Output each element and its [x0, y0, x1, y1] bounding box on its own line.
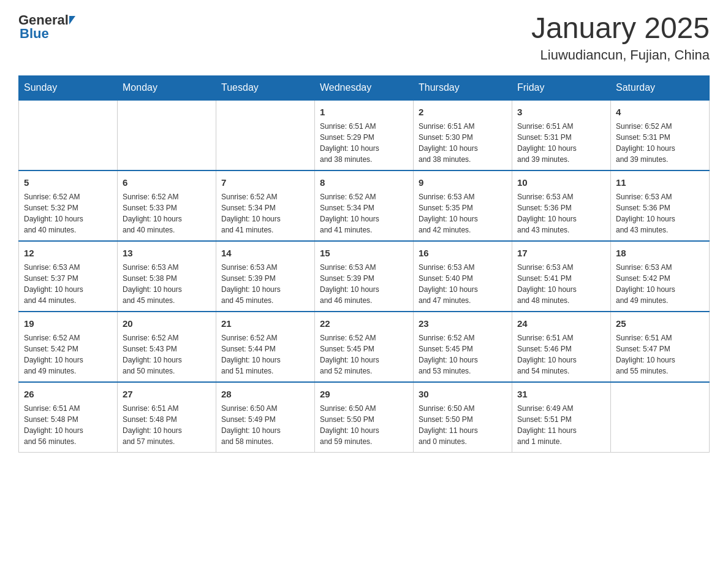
day-info: Sunrise: 6:52 AM Sunset: 5:32 PM Dayligh… — [24, 191, 112, 236]
day-info: Sunrise: 6:52 AM Sunset: 5:43 PM Dayligh… — [123, 332, 211, 377]
day-number: 9 — [419, 176, 507, 189]
calendar-week-row: 5Sunrise: 6:52 AM Sunset: 5:32 PM Daylig… — [19, 170, 710, 241]
day-info: Sunrise: 6:53 AM Sunset: 5:35 PM Dayligh… — [419, 191, 507, 236]
calendar-cell: 9Sunrise: 6:53 AM Sunset: 5:35 PM Daylig… — [414, 170, 512, 241]
day-number: 7 — [221, 176, 309, 189]
day-info: Sunrise: 6:51 AM Sunset: 5:31 PM Dayligh… — [517, 121, 605, 165]
calendar-cell: 13Sunrise: 6:53 AM Sunset: 5:38 PM Dayli… — [118, 241, 216, 312]
calendar-header-sunday: Sunday — [19, 75, 118, 100]
day-number: 3 — [517, 105, 605, 118]
day-info: Sunrise: 6:50 AM Sunset: 5:50 PM Dayligh… — [320, 403, 408, 447]
day-number: 8 — [320, 176, 408, 189]
day-info: Sunrise: 6:52 AM Sunset: 5:42 PM Dayligh… — [24, 332, 112, 377]
calendar-cell: 21Sunrise: 6:52 AM Sunset: 5:44 PM Dayli… — [216, 312, 315, 382]
day-info: Sunrise: 6:53 AM Sunset: 5:42 PM Dayligh… — [616, 262, 704, 306]
day-info: Sunrise: 6:53 AM Sunset: 5:37 PM Dayligh… — [24, 262, 112, 306]
day-number: 5 — [24, 176, 112, 189]
day-number: 10 — [517, 176, 605, 189]
calendar-table: SundayMondayTuesdayWednesdayThursdayFrid… — [18, 75, 710, 453]
calendar-cell: 25Sunrise: 6:51 AM Sunset: 5:47 PM Dayli… — [611, 312, 710, 382]
calendar-cell: 26Sunrise: 6:51 AM Sunset: 5:48 PM Dayli… — [19, 382, 118, 453]
calendar-cell: 8Sunrise: 6:52 AM Sunset: 5:34 PM Daylig… — [315, 170, 414, 241]
calendar-header-tuesday: Tuesday — [216, 75, 315, 100]
calendar-header-thursday: Thursday — [414, 75, 512, 100]
calendar-cell: 31Sunrise: 6:49 AM Sunset: 5:51 PM Dayli… — [512, 382, 611, 453]
day-number: 2 — [419, 105, 507, 118]
calendar-cell: 12Sunrise: 6:53 AM Sunset: 5:37 PM Dayli… — [19, 241, 118, 312]
day-number: 4 — [616, 105, 704, 118]
calendar-cell: 11Sunrise: 6:53 AM Sunset: 5:36 PM Dayli… — [611, 170, 710, 241]
day-number: 21 — [221, 317, 309, 330]
day-info: Sunrise: 6:53 AM Sunset: 5:40 PM Dayligh… — [419, 262, 507, 306]
day-number: 1 — [320, 105, 408, 118]
day-info: Sunrise: 6:51 AM Sunset: 5:30 PM Dayligh… — [419, 121, 507, 165]
day-number: 23 — [419, 317, 507, 330]
day-number: 15 — [320, 247, 408, 259]
day-number: 20 — [123, 317, 211, 330]
calendar-cell: 3Sunrise: 6:51 AM Sunset: 5:31 PM Daylig… — [512, 100, 611, 170]
day-number: 31 — [517, 388, 605, 400]
day-info: Sunrise: 6:52 AM Sunset: 5:34 PM Dayligh… — [320, 191, 408, 236]
day-number: 12 — [24, 247, 112, 259]
day-info: Sunrise: 6:53 AM Sunset: 5:39 PM Dayligh… — [221, 262, 309, 306]
day-number: 28 — [221, 388, 309, 400]
day-number: 25 — [616, 317, 704, 330]
day-number: 18 — [616, 247, 704, 259]
calendar-cell: 2Sunrise: 6:51 AM Sunset: 5:30 PM Daylig… — [414, 100, 512, 170]
calendar-header-wednesday: Wednesday — [315, 75, 414, 100]
calendar-cell — [216, 100, 315, 170]
day-number: 26 — [24, 388, 112, 400]
calendar-header-saturday: Saturday — [611, 75, 710, 100]
calendar-cell: 18Sunrise: 6:53 AM Sunset: 5:42 PM Dayli… — [611, 241, 710, 312]
day-info: Sunrise: 6:52 AM Sunset: 5:31 PM Dayligh… — [616, 121, 704, 165]
calendar-cell: 15Sunrise: 6:53 AM Sunset: 5:39 PM Dayli… — [315, 241, 414, 312]
day-number: 14 — [221, 247, 309, 259]
calendar-week-row: 19Sunrise: 6:52 AM Sunset: 5:42 PM Dayli… — [19, 312, 710, 382]
calendar-cell: 24Sunrise: 6:51 AM Sunset: 5:46 PM Dayli… — [512, 312, 611, 382]
calendar-cell: 17Sunrise: 6:53 AM Sunset: 5:41 PM Dayli… — [512, 241, 611, 312]
day-info: Sunrise: 6:53 AM Sunset: 5:36 PM Dayligh… — [616, 191, 704, 236]
day-info: Sunrise: 6:50 AM Sunset: 5:49 PM Dayligh… — [221, 403, 309, 447]
calendar-week-row: 1Sunrise: 6:51 AM Sunset: 5:29 PM Daylig… — [19, 100, 710, 170]
day-info: Sunrise: 6:50 AM Sunset: 5:50 PM Dayligh… — [419, 403, 507, 447]
calendar-cell: 1Sunrise: 6:51 AM Sunset: 5:29 PM Daylig… — [315, 100, 414, 170]
day-info: Sunrise: 6:49 AM Sunset: 5:51 PM Dayligh… — [517, 403, 605, 447]
calendar-cell: 30Sunrise: 6:50 AM Sunset: 5:50 PM Dayli… — [414, 382, 512, 453]
calendar-cell: 28Sunrise: 6:50 AM Sunset: 5:49 PM Dayli… — [216, 382, 315, 453]
day-info: Sunrise: 6:52 AM Sunset: 5:45 PM Dayligh… — [419, 332, 507, 377]
calendar-header-row: SundayMondayTuesdayWednesdayThursdayFrid… — [19, 75, 710, 100]
calendar-header-monday: Monday — [118, 75, 216, 100]
day-info: Sunrise: 6:53 AM Sunset: 5:39 PM Dayligh… — [320, 262, 408, 306]
calendar-cell: 7Sunrise: 6:52 AM Sunset: 5:34 PM Daylig… — [216, 170, 315, 241]
logo-blue: Blue — [18, 26, 75, 42]
calendar-cell: 29Sunrise: 6:50 AM Sunset: 5:50 PM Dayli… — [315, 382, 414, 453]
day-info: Sunrise: 6:52 AM Sunset: 5:33 PM Dayligh… — [123, 191, 211, 236]
page-header: General Blue January 2025 Liuwudiancun, … — [18, 12, 710, 63]
calendar-cell: 22Sunrise: 6:52 AM Sunset: 5:45 PM Dayli… — [315, 312, 414, 382]
calendar-title: January 2025 — [531, 12, 710, 45]
calendar-cell: 23Sunrise: 6:52 AM Sunset: 5:45 PM Dayli… — [414, 312, 512, 382]
day-number: 6 — [123, 176, 211, 189]
title-block: January 2025 Liuwudiancun, Fujian, China — [531, 12, 710, 63]
day-number: 19 — [24, 317, 112, 330]
day-number: 22 — [320, 317, 408, 330]
day-info: Sunrise: 6:52 AM Sunset: 5:44 PM Dayligh… — [221, 332, 309, 377]
day-info: Sunrise: 6:52 AM Sunset: 5:34 PM Dayligh… — [221, 191, 309, 236]
calendar-week-row: 26Sunrise: 6:51 AM Sunset: 5:48 PM Dayli… — [19, 382, 710, 453]
day-info: Sunrise: 6:53 AM Sunset: 5:38 PM Dayligh… — [123, 262, 211, 306]
day-number: 17 — [517, 247, 605, 259]
calendar-week-row: 12Sunrise: 6:53 AM Sunset: 5:37 PM Dayli… — [19, 241, 710, 312]
day-info: Sunrise: 6:53 AM Sunset: 5:41 PM Dayligh… — [517, 262, 605, 306]
calendar-cell: 19Sunrise: 6:52 AM Sunset: 5:42 PM Dayli… — [19, 312, 118, 382]
calendar-cell: 5Sunrise: 6:52 AM Sunset: 5:32 PM Daylig… — [19, 170, 118, 241]
day-number: 11 — [616, 176, 704, 189]
day-number: 13 — [123, 247, 211, 259]
day-info: Sunrise: 6:51 AM Sunset: 5:29 PM Dayligh… — [320, 121, 408, 165]
calendar-cell — [118, 100, 216, 170]
calendar-cell: 6Sunrise: 6:52 AM Sunset: 5:33 PM Daylig… — [118, 170, 216, 241]
day-info: Sunrise: 6:53 AM Sunset: 5:36 PM Dayligh… — [517, 191, 605, 236]
day-number: 30 — [419, 388, 507, 400]
logo: General Blue — [18, 12, 75, 42]
calendar-cell: 20Sunrise: 6:52 AM Sunset: 5:43 PM Dayli… — [118, 312, 216, 382]
calendar-cell: 14Sunrise: 6:53 AM Sunset: 5:39 PM Dayli… — [216, 241, 315, 312]
